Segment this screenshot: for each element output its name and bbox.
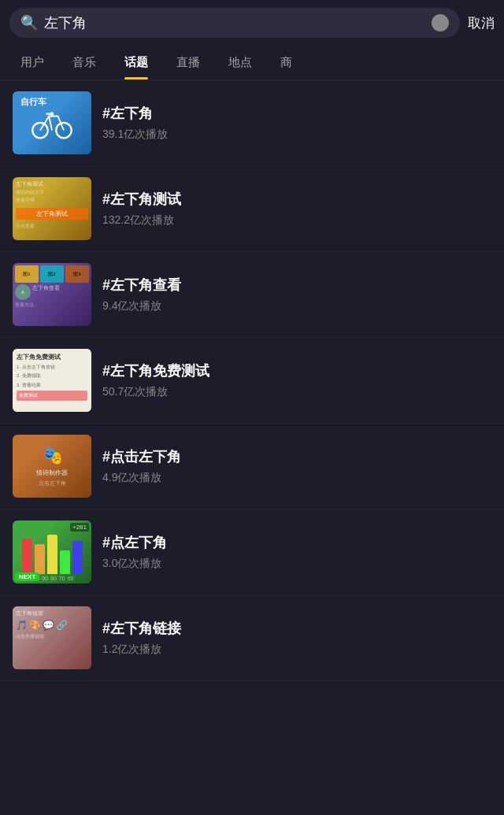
result-thumbnail: 左下角免费测试 1. 点击左下角按钮 2. 免费领取 3. 查看结果 免费测试 (13, 349, 91, 412)
result-title: #左下角查看 (102, 276, 491, 295)
result-thumbnail: 🎭 情诗制作器 点击左下角 (13, 435, 91, 498)
result-title: #左下角免费测试 (102, 361, 491, 380)
result-info: #左下角测试 132.2亿次播放 (102, 190, 491, 228)
result-title: #左下角链接 (102, 619, 491, 638)
result-info: #左下角免费测试 50.7亿次播放 (102, 361, 491, 399)
result-info: #左下角查看 9.4亿次播放 (102, 276, 491, 313)
result-meta: 50.7亿次播放 (102, 385, 491, 399)
list-item[interactable]: 🎭 情诗制作器 点击左下角 #点击左下角 4.9亿次播放 (0, 424, 504, 509)
result-meta: 39.1亿次播放 (102, 128, 491, 142)
tab-music[interactable]: 音乐 (58, 46, 110, 80)
result-title: #点击左下角 (102, 447, 491, 466)
list-item[interactable]: 左下角链接 🎵 🎨 💬 🔗 点击查看链接 #左下角链接 1.2亿次播放 (0, 595, 504, 681)
svg-point-3 (50, 112, 54, 116)
result-info: #左下角 39.1亿次播放 (102, 104, 491, 142)
result-title: #点左下角 (102, 533, 491, 552)
result-info: #左下角链接 1.2亿次播放 (102, 619, 491, 657)
tab-bar: 用户 音乐 话题 直播 地点 商 (0, 46, 504, 80)
result-title: #左下角 (102, 104, 491, 123)
result-meta: 3.0亿次播放 (102, 557, 491, 571)
result-info: #点左下角 3.0亿次播放 (102, 533, 491, 571)
result-thumbnail: 自行车 (13, 91, 91, 154)
tab-topic[interactable]: 话题 (110, 46, 162, 80)
tab-user[interactable]: 用户 (6, 46, 58, 80)
list-item[interactable]: +281 10090807060 NEXT #点左下角 3.0亿次播放 (0, 509, 504, 595)
result-meta: 9.4亿次播放 (102, 299, 491, 313)
search-input[interactable] (44, 15, 425, 31)
result-thumbnail: 左下角测试 测试内容文字 查看详情 左下角测试 点击查看 (13, 177, 91, 240)
result-thumbnail: +281 10090807060 NEXT (13, 520, 91, 583)
result-info: #点击左下角 4.9亿次播放 (102, 447, 491, 485)
result-title: #左下角测试 (102, 190, 491, 209)
search-icon: 🔍 (20, 14, 38, 31)
clear-button[interactable] (432, 14, 449, 31)
tab-location[interactable]: 地点 (214, 46, 266, 80)
result-meta: 132.2亿次播放 (102, 213, 491, 228)
tab-more[interactable]: 商 (266, 46, 306, 80)
search-input-wrap: 🔍 (9, 8, 460, 38)
list-item[interactable]: 左下角测试 测试内容文字 查看详情 左下角测试 点击查看 #左下角测试 132.… (0, 166, 504, 252)
search-bar: 🔍 取消 (0, 0, 504, 46)
list-item[interactable]: 自行车 #左下角 39.1亿次播放 (0, 80, 504, 166)
cancel-button[interactable]: 取消 (468, 14, 495, 32)
result-meta: 1.2亿次播放 (102, 643, 491, 657)
list-item[interactable]: 图1 图2 图3 A 左下角查看 查看方法 #左下角查看 9.4亿次播放 (0, 252, 504, 338)
result-thumbnail: 图1 图2 图3 A 左下角查看 查看方法 (13, 263, 91, 326)
results-list: 自行车 #左下角 39.1亿次播放 左下角测试 测试内容文字 (0, 80, 504, 681)
list-item[interactable]: 左下角免费测试 1. 点击左下角按钮 2. 免费领取 3. 查看结果 免费测试 … (0, 338, 504, 424)
tab-live[interactable]: 直播 (162, 46, 214, 80)
result-meta: 4.9亿次播放 (102, 471, 491, 485)
result-thumbnail: 左下角链接 🎵 🎨 💬 🔗 点击查看链接 (13, 606, 91, 669)
